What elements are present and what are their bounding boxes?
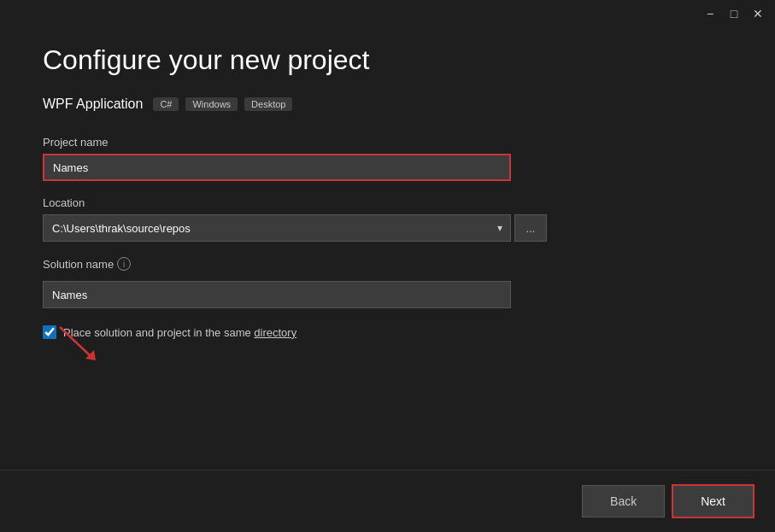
title-bar: − □ ✕ (0, 0, 775, 27)
browse-button[interactable]: ... (514, 214, 547, 242)
solution-name-input[interactable] (43, 281, 511, 308)
tag-desktop: Desktop (244, 97, 292, 111)
page-title: Configure your new project (43, 44, 732, 76)
location-select-wrapper: C:\Users\thrak\source\repos (43, 214, 511, 242)
project-type-label: WPF Application (43, 96, 143, 112)
checkbox-row: Place solution and project in the same d… (43, 325, 732, 339)
same-directory-checkbox[interactable] (43, 325, 56, 339)
project-type-row: WPF Application C# Windows Desktop (43, 96, 732, 112)
bottom-bar: Back Next (0, 470, 775, 532)
project-name-input[interactable] (43, 154, 511, 181)
location-label: Location (43, 196, 732, 209)
next-button[interactable]: Next (672, 484, 754, 518)
solution-name-group: Solution name i (43, 257, 732, 308)
main-content: Configure your new project WPF Applicati… (0, 27, 775, 356)
solution-name-label: Solution name (43, 258, 114, 271)
location-select[interactable]: C:\Users\thrak\source\repos (43, 214, 511, 242)
maximize-button[interactable]: □ (727, 7, 741, 20)
same-directory-label: Place solution and project in the same d… (63, 326, 296, 339)
tag-windows: Windows (185, 97, 238, 111)
project-name-label: Project name (43, 136, 732, 149)
minimize-button[interactable]: − (703, 7, 717, 20)
close-button[interactable]: ✕ (751, 7, 765, 20)
tag-csharp: C# (153, 97, 179, 111)
project-name-group: Project name (43, 136, 732, 181)
location-input-wrapper: C:\Users\thrak\source\repos ... (43, 214, 732, 242)
info-icon[interactable]: i (117, 257, 131, 271)
back-button[interactable]: Back (582, 485, 665, 517)
solution-label-row: Solution name i (43, 257, 732, 271)
location-group: Location C:\Users\thrak\source\repos ... (43, 196, 732, 242)
